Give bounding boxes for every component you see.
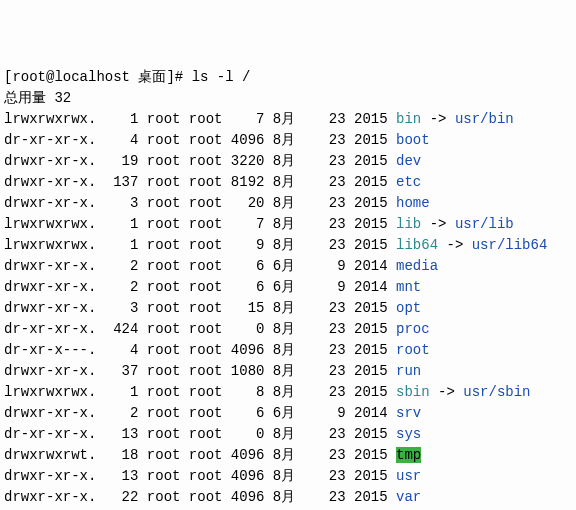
- prompt-line: [root@localhost 桌面]# ls -l /: [4, 67, 576, 88]
- symlink-arrow: ->: [421, 111, 455, 127]
- symlink-target: usr/bin: [455, 111, 514, 127]
- total-line: 总用量 32: [4, 88, 576, 109]
- fs-entry: mnt: [396, 279, 421, 295]
- fs-entry: opt: [396, 300, 421, 316]
- symlink-arrow: ->: [438, 237, 472, 253]
- fs-entry: bin: [396, 111, 421, 127]
- fs-entry: tmp: [396, 447, 421, 463]
- fs-entry: media: [396, 258, 438, 274]
- ls-row: drwxrwxrwt. 18 root root 4096 8月 23 2015…: [4, 445, 576, 466]
- ls-row: dr-xr-xr-x. 424 root root 0 8月 23 2015 p…: [4, 319, 576, 340]
- ls-row: dr-xr-x---. 4 root root 4096 8月 23 2015 …: [4, 340, 576, 361]
- symlink-arrow: ->: [430, 384, 464, 400]
- fs-entry: lib64: [396, 237, 438, 253]
- fs-entry: run: [396, 363, 421, 379]
- fs-entry: etc: [396, 174, 421, 190]
- fs-entry: boot: [396, 132, 430, 148]
- fs-entry: var: [396, 489, 421, 505]
- ls-row: drwxr-xr-x. 2 root root 6 6月 9 2014 srv: [4, 403, 576, 424]
- symlink-target: usr/lib: [455, 216, 514, 232]
- ls-row: lrwxrwxrwx. 1 root root 7 8月 23 2015 bin…: [4, 109, 576, 130]
- fs-entry: srv: [396, 405, 421, 421]
- ls-row: drwxr-xr-x. 137 root root 8192 8月 23 201…: [4, 172, 576, 193]
- ls-row: drwxr-xr-x. 22 root root 4096 8月 23 2015…: [4, 487, 576, 508]
- ls-row: drwxr-xr-x. 13 root root 4096 8月 23 2015…: [4, 466, 576, 487]
- ls-row: drwxr-xr-x. 37 root root 1080 8月 23 2015…: [4, 361, 576, 382]
- terminal-output: [root@localhost 桌面]# ls -l /总用量 32lrwxrw…: [4, 67, 576, 510]
- ls-row: lrwxrwxrwx. 1 root root 8 8月 23 2015 sbi…: [4, 382, 576, 403]
- ls-row: drwxr-xr-x. 2 root root 6 6月 9 2014 mnt: [4, 277, 576, 298]
- symlink-target: usr/sbin: [463, 384, 530, 400]
- symlink-target: usr/lib64: [472, 237, 548, 253]
- ls-row: lrwxrwxrwx. 1 root root 9 8月 23 2015 lib…: [4, 235, 576, 256]
- fs-entry: proc: [396, 321, 430, 337]
- ls-row: drwxr-xr-x. 2 root root 6 6月 9 2014 medi…: [4, 256, 576, 277]
- fs-entry: root: [396, 342, 430, 358]
- ls-row: drwxr-xr-x. 3 root root 15 8月 23 2015 op…: [4, 298, 576, 319]
- fs-entry: home: [396, 195, 430, 211]
- ls-row: drwxr-xr-x. 3 root root 20 8月 23 2015 ho…: [4, 193, 576, 214]
- fs-entry: sbin: [396, 384, 430, 400]
- fs-entry: dev: [396, 153, 421, 169]
- ls-row: dr-xr-xr-x. 13 root root 0 8月 23 2015 sy…: [4, 424, 576, 445]
- fs-entry: sys: [396, 426, 421, 442]
- symlink-arrow: ->: [421, 216, 455, 232]
- ls-row: drwxr-xr-x. 19 root root 3220 8月 23 2015…: [4, 151, 576, 172]
- ls-row: lrwxrwxrwx. 1 root root 7 8月 23 2015 lib…: [4, 214, 576, 235]
- fs-entry: lib: [396, 216, 421, 232]
- fs-entry: usr: [396, 468, 421, 484]
- ls-row: dr-xr-xr-x. 4 root root 4096 8月 23 2015 …: [4, 130, 576, 151]
